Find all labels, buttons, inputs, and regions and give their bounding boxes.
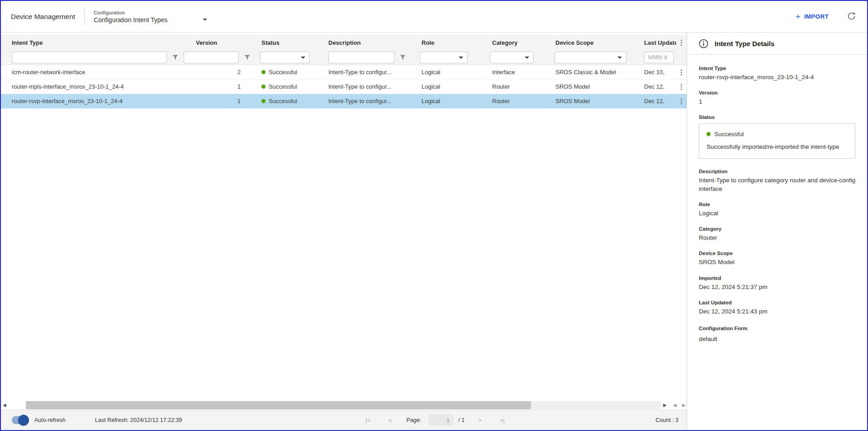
field-label-device-scope: Device Scope bbox=[699, 251, 855, 256]
cell-intent-type: router-rsvp-interface_msros_23-10-1_24-4 bbox=[1, 98, 178, 104]
scroll-right-icon[interactable]: ▶ bbox=[663, 402, 667, 408]
field-value-configuration-form: default bbox=[699, 335, 855, 343]
status-detail-value: Successful bbox=[714, 131, 744, 137]
pagination: |< < Page: / 1 > >| bbox=[365, 414, 505, 426]
status-success-icon bbox=[261, 85, 266, 89]
column-header-status[interactable]: Status bbox=[252, 39, 320, 46]
column-settings-kebab-icon[interactable]: ⋮ bbox=[678, 39, 685, 46]
field-label-last-updated: Last Updated bbox=[699, 300, 855, 305]
auto-refresh-label: Auto-refresh bbox=[34, 417, 66, 423]
field-value-description: Intent-Type to configure category router… bbox=[699, 176, 855, 193]
cell-device-scope: SROS Model bbox=[545, 98, 633, 104]
field-label-configuration-form: Configuration Form bbox=[699, 326, 855, 331]
column-scroll-right-icon[interactable]: ▶ bbox=[682, 402, 686, 408]
cell-category: Router bbox=[479, 98, 545, 104]
cell-status: Successful bbox=[269, 69, 297, 76]
cell-category: Interface bbox=[479, 69, 545, 76]
column-header-intent-type[interactable]: Intent Type bbox=[1, 39, 178, 46]
cell-status: Successful bbox=[269, 98, 297, 104]
column-scroll-left-icon[interactable]: ◀ bbox=[673, 402, 677, 408]
field-label-category: Category bbox=[699, 226, 855, 232]
cell-role: Logical bbox=[409, 98, 479, 104]
filter-select-device-scope[interactable] bbox=[555, 52, 626, 63]
cell-role: Logical bbox=[409, 69, 479, 76]
field-value-category: Router bbox=[699, 234, 855, 242]
import-button[interactable]: + IMPORT bbox=[796, 13, 829, 21]
cell-description: Intent-Type to configur... bbox=[320, 83, 409, 90]
cell-description: Intent-Type to configur... bbox=[320, 69, 409, 76]
field-value-version: 1 bbox=[699, 98, 855, 106]
details-panel-body: Intent Type router-rsvp-interface_msros_… bbox=[687, 55, 867, 352]
view-selector-group-label: Configuration bbox=[94, 10, 207, 15]
column-header-role[interactable]: Role bbox=[409, 39, 479, 46]
details-panel-header: Intent Type Details bbox=[687, 33, 867, 55]
table-empty-area bbox=[1, 109, 687, 401]
cell-description: Intent-Type to configur... bbox=[320, 98, 409, 104]
last-page-icon[interactable]: >| bbox=[500, 417, 505, 424]
device-management-window: Device Management Configuration Configur… bbox=[0, 0, 868, 431]
app-title: Device Management bbox=[11, 13, 75, 21]
toggle-knob bbox=[18, 415, 29, 426]
column-header-version[interactable]: Version bbox=[178, 39, 252, 46]
status-success-icon bbox=[261, 99, 266, 103]
table-row[interactable]: router-mpls-interface_msros_23-10-1_24-4… bbox=[1, 80, 687, 94]
cell-version: 2 bbox=[178, 69, 252, 76]
filter-select-category[interactable] bbox=[490, 52, 534, 63]
topbar-divider bbox=[84, 8, 85, 25]
details-panel-title: Intent Type Details bbox=[715, 40, 774, 47]
row-actions-kebab-icon[interactable]: ⋮ bbox=[678, 83, 685, 90]
filter-select-role[interactable] bbox=[420, 52, 468, 63]
table-row-selected[interactable]: router-rsvp-interface_msros_23-10-1_24-4… bbox=[1, 94, 687, 109]
status-success-icon bbox=[707, 132, 711, 136]
cell-last-updated: Dec 12, bbox=[633, 83, 676, 90]
auto-refresh-toggle[interactable] bbox=[12, 416, 27, 424]
cell-role: Logical bbox=[409, 83, 479, 90]
refresh-icon bbox=[847, 11, 856, 21]
previous-page-icon[interactable]: < bbox=[389, 417, 392, 424]
field-label-role: Role bbox=[699, 202, 855, 207]
page-total: / 1 bbox=[458, 417, 465, 423]
view-selector[interactable]: Configuration Configuration Intent Types bbox=[94, 10, 207, 24]
row-actions-kebab-icon[interactable]: ⋮ bbox=[678, 98, 685, 104]
cell-last-updated: Dec 12, bbox=[633, 98, 676, 104]
filter-funnel-icon[interactable] bbox=[244, 55, 250, 60]
status-detail-message: Successfully imported/re-imported the in… bbox=[707, 143, 848, 150]
intent-types-table: Intent Type Version Status Description R… bbox=[1, 33, 687, 430]
field-label-intent-type: Intent Type bbox=[699, 66, 855, 71]
plus-icon: + bbox=[796, 13, 801, 21]
cell-status: Successful bbox=[269, 83, 297, 90]
column-header-category[interactable]: Category bbox=[479, 39, 545, 46]
cell-device-scope: SROS Classic & Model bbox=[545, 69, 633, 76]
cell-version: 1 bbox=[178, 98, 252, 104]
field-label-status: Status bbox=[699, 114, 855, 120]
page-number-input[interactable] bbox=[428, 414, 454, 426]
filter-select-status[interactable] bbox=[260, 52, 310, 63]
row-actions-kebab-icon[interactable]: ⋮ bbox=[678, 69, 685, 76]
table-row[interactable]: icm-router-network-interface 2 Successfu… bbox=[1, 65, 687, 80]
last-refresh-text: Last Refresh: 2024/12/12 17:22:39 bbox=[95, 417, 182, 423]
cell-device-scope: SROS Model bbox=[545, 83, 633, 90]
field-value-last-updated: Dec 12, 2024 5:21:43 pm bbox=[699, 308, 855, 316]
column-header-device-scope[interactable]: Device Scope bbox=[545, 39, 633, 46]
row-count: Count : 3 bbox=[655, 417, 678, 423]
filter-input-version[interactable] bbox=[184, 52, 239, 63]
cell-version: 1 bbox=[178, 83, 252, 90]
scrollbar-thumb[interactable] bbox=[26, 401, 531, 409]
field-label-imported: Imported bbox=[699, 275, 855, 281]
filter-input-description[interactable] bbox=[328, 52, 394, 63]
filter-input-last-updated[interactable] bbox=[644, 52, 674, 63]
table-filter-row bbox=[1, 50, 687, 65]
status-bar: Auto-refresh Last Refresh: 2024/12/12 17… bbox=[1, 410, 687, 430]
refresh-button[interactable] bbox=[847, 11, 856, 22]
column-header-description[interactable]: Description bbox=[320, 39, 409, 46]
status-detail-box: Successful Successfully imported/re-impo… bbox=[699, 123, 855, 159]
next-page-icon[interactable]: > bbox=[478, 417, 482, 424]
column-header-last-updated[interactable]: Last Updated bbox=[633, 39, 676, 46]
filter-input-intent-type[interactable] bbox=[12, 52, 167, 63]
field-label-version: Version bbox=[699, 90, 855, 95]
filter-funnel-icon[interactable] bbox=[400, 55, 406, 60]
filter-funnel-icon[interactable] bbox=[172, 55, 178, 60]
scroll-left-icon[interactable]: ◀ bbox=[3, 402, 6, 408]
scrollbar-track[interactable] bbox=[26, 401, 661, 409]
first-page-icon[interactable]: |< bbox=[365, 417, 370, 424]
